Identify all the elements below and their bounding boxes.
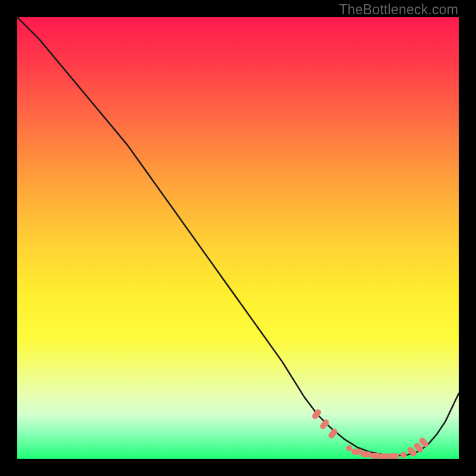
bottleneck-curve <box>17 17 459 456</box>
valley-marker <box>319 418 330 430</box>
valley-marker <box>346 445 352 451</box>
valley-marker <box>389 453 399 459</box>
valley-marker <box>361 452 371 458</box>
valley-marker <box>370 453 381 459</box>
svg-rect-1 <box>319 418 330 430</box>
curve-layer <box>17 17 459 459</box>
valley-marker <box>400 452 406 458</box>
plot-area <box>17 17 459 459</box>
valley-marker-group <box>311 408 430 459</box>
chart-stage: TheBottleneck.com <box>0 0 476 476</box>
valley-marker <box>379 453 390 459</box>
watermark-text: TheBottleneck.com <box>339 2 458 18</box>
valley-marker <box>352 449 362 455</box>
